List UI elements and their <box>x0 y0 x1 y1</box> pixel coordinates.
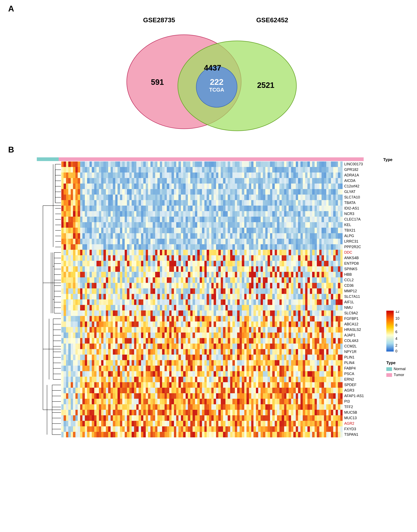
gene-label: IDI2-AS1 <box>344 206 364 211</box>
gene-label: PLIN1 <box>344 355 364 360</box>
svg-text:0: 0 <box>395 349 397 353</box>
heatmap-row <box>61 316 343 321</box>
gene-label: SLC9A2 <box>344 310 364 316</box>
gene-label: MUC5B <box>344 410 364 415</box>
type-legend-title: Type <box>386 360 411 365</box>
gene-label: ADRA1A <box>344 173 364 178</box>
gene-label: SLC7A10 <box>344 194 364 200</box>
heatmap-row <box>61 167 343 173</box>
gene-label: AFAP1-AS1 <box>344 393 364 399</box>
gene-label: HRASLS2 <box>344 327 364 333</box>
gene-label: ANKS4B <box>344 255 364 261</box>
heatmap-row <box>61 233 343 239</box>
heatmap-row <box>61 255 343 261</box>
heatmap-row <box>61 388 343 393</box>
heatmap-row <box>61 217 343 222</box>
heatmap-row <box>61 173 343 178</box>
gene-label: CCM2L <box>344 344 364 349</box>
heatmap-row <box>61 244 343 250</box>
gene-label: TSPAN1 <box>344 432 364 437</box>
gene-label: CLEC17A <box>344 217 364 222</box>
gene-label: MUC13 <box>344 415 364 421</box>
gene-label: COL4A3 <box>344 338 364 344</box>
svg-text:8: 8 <box>395 323 397 327</box>
gene-label: AGR2 <box>344 421 364 426</box>
gene-label: DDC <box>344 250 364 255</box>
legend-area: 12 10 8 6 4 2 0 Type Normal Tumor <box>386 311 411 377</box>
gene-label: SLC7A11 <box>344 294 364 299</box>
heatmap-row <box>61 211 343 217</box>
heatmap-row <box>61 189 343 194</box>
heatmap-row <box>61 399 343 404</box>
gene-label: ABCA12 <box>344 321 364 327</box>
heatmap-grid <box>61 162 343 437</box>
heatmap-row <box>61 239 343 244</box>
heatmap-row <box>61 162 343 167</box>
heatmap-row <box>61 200 343 206</box>
gene-label: NPY1R <box>344 349 364 355</box>
gene-label: AIF1L <box>344 299 364 305</box>
tumor-color-box <box>386 373 392 377</box>
gene-label: NMU <box>344 305 364 310</box>
gene-label: TBATA <box>344 200 364 206</box>
heatmap-row <box>61 382 343 388</box>
svg-text:591: 591 <box>151 78 164 86</box>
gene-label: CD36 <box>344 283 364 288</box>
heatmap-row <box>61 404 343 410</box>
gene-label: KEL <box>344 222 364 228</box>
dendrogram-left <box>37 162 61 438</box>
gene-label: AGR3 <box>344 388 364 393</box>
heatmap-row <box>61 261 343 266</box>
svg-text:12: 12 <box>395 311 399 314</box>
gene-label: PLIN4 <box>344 360 364 366</box>
gene-label: PSCA <box>344 371 364 377</box>
gse28735-label: GSE28735 <box>143 16 175 24</box>
heatmap-row <box>61 355 343 360</box>
gene-label: LINC00173 <box>344 162 364 167</box>
gene-label: HBB <box>344 272 364 277</box>
gene-label: GLYAT <box>344 189 364 194</box>
heatmap-row <box>61 299 343 305</box>
heatmap-row <box>61 277 343 283</box>
svg-text:4437: 4437 <box>204 63 221 72</box>
tumor-label: Tumor <box>394 373 404 377</box>
panel-a: A GSE28735 GSE62452 591 4437 222 TCGA 25… <box>0 0 417 143</box>
gene-label: TFF2 <box>344 404 364 410</box>
heatmap-row <box>61 321 343 327</box>
heatmap-row <box>61 344 343 349</box>
heatmap-row <box>61 206 343 211</box>
heatmap-row <box>61 228 343 233</box>
gene-label: TBX21 <box>344 228 364 233</box>
heatmap-row <box>61 184 343 189</box>
type-color-bar <box>37 157 364 161</box>
heatmap-row <box>61 366 343 371</box>
heatmap-row <box>61 272 343 277</box>
gene-label: ENTPD8 <box>344 261 364 266</box>
svg-text:222: 222 <box>210 77 224 86</box>
heatmap-row <box>61 327 343 333</box>
gene-label: C12orf42 <box>344 184 364 189</box>
heatmap-row <box>61 294 343 299</box>
legend-normal-item: Normal <box>386 367 411 371</box>
heatmap-row <box>61 371 343 377</box>
normal-color-box <box>386 367 392 371</box>
heatmap-row <box>61 377 343 382</box>
heatmap-row <box>61 288 343 294</box>
gene-label: SPINK5 <box>344 266 364 272</box>
heatmap-row <box>61 222 343 228</box>
panel-b-label: B <box>8 145 14 154</box>
gene-label: PPP2R2C <box>344 244 364 250</box>
heatmap-row <box>61 432 343 437</box>
gse62452-label: GSE62452 <box>256 16 288 24</box>
legend-tumor-item: Tumor <box>386 373 411 377</box>
heatmap-row <box>61 178 343 184</box>
heatmap-row <box>61 349 343 355</box>
heatmap-row <box>61 421 343 426</box>
svg-rect-85 <box>386 311 394 351</box>
gene-label: AICDA <box>344 178 364 184</box>
panel-b: B Type LINC00173GPR182ADRA1AAICDAC12orf4… <box>0 143 417 442</box>
svg-text:2521: 2521 <box>257 81 274 90</box>
heatmap-row <box>61 426 343 432</box>
gene-label: FXYD3 <box>344 426 364 432</box>
dendrogram-svg <box>37 162 61 437</box>
